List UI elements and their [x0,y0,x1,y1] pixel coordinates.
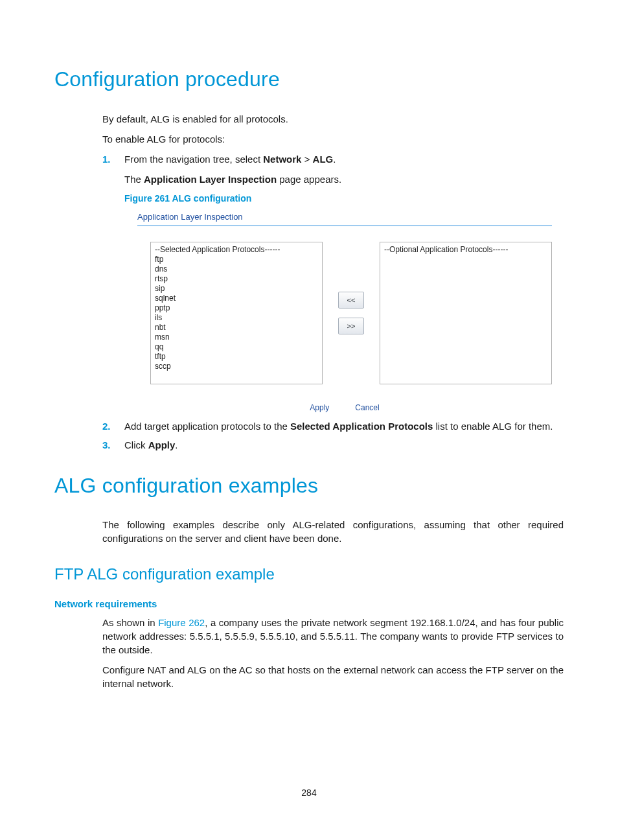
list-item[interactable]: sqlnet [155,294,318,303]
netreq-paragraph-2: Configure NAT and ALG on the AC so that … [102,663,564,690]
page-number: 284 [0,787,618,800]
apply-button[interactable]: Apply [306,402,333,413]
heading-network-requirements: Network requirements [54,597,564,611]
step-1-number: 1. [102,152,111,166]
step-1-result: The Application Layer Inspection page ap… [124,172,564,186]
step-3-number: 3. [102,438,111,452]
heading-alg-configuration-examples: ALG configuration examples [54,471,564,500]
list-item[interactable]: nbt [155,323,318,332]
intro-paragraph-2: To enable ALG for protocols: [102,132,564,146]
step-2: 2. Add target application protocols to t… [102,419,564,433]
list-item[interactable]: sccp [155,362,318,371]
list-item[interactable]: qq [155,342,318,352]
step-2-number: 2. [102,419,111,433]
heading-configuration-procedure: Configuration procedure [54,65,564,94]
list-item[interactable]: ils [155,313,318,323]
figure-261-caption: Figure 261 ALG configuration [124,192,564,205]
selected-protocols-listbox[interactable]: --Selected Application Protocols------ f… [150,242,323,384]
list-item[interactable]: sip [155,284,318,294]
netreq-paragraph-1: As shown in Figure 262, a company uses t… [102,616,564,657]
move-left-button[interactable]: << [338,292,364,309]
list-item[interactable]: ftp [155,255,318,264]
figure-261: Application Layer Inspection --Selected … [137,211,552,412]
figure-262-link[interactable]: Figure 262 [158,617,205,628]
examples-intro: The following examples describe only ALG… [102,518,564,545]
step-3: 3. Click Apply. [102,438,564,452]
list-item[interactable]: tftp [155,352,318,362]
step-3-text: Click Apply. [124,439,178,450]
step-1: 1. From the navigation tree, select Netw… [102,152,564,413]
intro-paragraph-1: By default, ALG is enabled for all proto… [102,112,564,126]
step-2-text: Add target application protocols to the … [124,421,553,432]
cancel-button[interactable]: Cancel [351,402,383,413]
list-item[interactable]: msn [155,332,318,342]
heading-ftp-alg-example: FTP ALG configuration example [54,563,564,585]
list-item[interactable]: rtsp [155,274,318,284]
list-item[interactable]: pptp [155,303,318,313]
list-item[interactable]: dns [155,264,318,274]
move-right-button[interactable]: >> [338,318,364,334]
figure-section-header: Application Layer Inspection [137,211,552,226]
selected-protocols-header: --Selected Application Protocols------ [155,245,318,255]
optional-protocols-listbox[interactable]: --Optional Application Protocols------ [380,242,552,384]
optional-protocols-header: --Optional Application Protocols------ [384,245,547,255]
step-1-line: From the navigation tree, select Network… [124,154,336,165]
